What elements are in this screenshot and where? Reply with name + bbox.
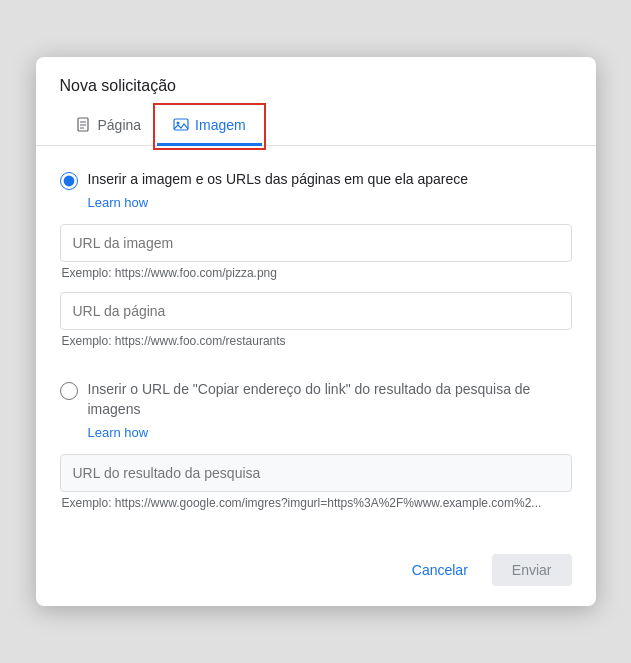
tab-imagem-label: Imagem [195, 117, 246, 133]
learn-how-link-1[interactable]: Learn how [88, 195, 149, 210]
tabs-bar: Página Imagem [36, 107, 596, 146]
radio-option-1[interactable] [60, 172, 78, 190]
dialog-body: Inserir a imagem e os URLs das páginas e… [36, 146, 596, 541]
dialog-title: Nova solicitação [36, 57, 596, 107]
section-copy-link: Inserir o URL de "Copiar endereço do lin… [60, 380, 572, 509]
page-url-group: Exemplo: https://www.foo.com/restaurants [60, 292, 572, 348]
dialog-footer: Cancelar Enviar [36, 542, 596, 606]
cancel-button[interactable]: Cancelar [396, 554, 484, 586]
image-url-group: Exemplo: https://www.foo.com/pizza.png [60, 224, 572, 280]
tab-imagem[interactable]: Imagem [157, 107, 262, 146]
image-url-input[interactable] [60, 224, 572, 262]
nova-solicitacao-dialog: Nova solicitação Página I [36, 57, 596, 605]
learn-how-link-2[interactable]: Learn how [88, 425, 149, 440]
tab-pagina[interactable]: Página [60, 107, 158, 146]
page-url-input[interactable] [60, 292, 572, 330]
page-url-hint: Exemplo: https://www.foo.com/restaurants [60, 334, 572, 348]
send-button[interactable]: Enviar [492, 554, 572, 586]
radio-option-2[interactable] [60, 382, 78, 400]
image-icon [173, 117, 189, 133]
search-url-input[interactable] [60, 454, 572, 492]
section-insert-image: Inserir a imagem e os URLs das páginas e… [60, 170, 572, 348]
document-icon [76, 117, 92, 133]
image-url-hint: Exemplo: https://www.foo.com/pizza.png [60, 266, 572, 280]
radio-row-2: Inserir o URL de "Copiar endereço do lin… [60, 380, 572, 419]
radio-label-1: Inserir a imagem e os URLs das páginas e… [88, 170, 469, 190]
search-url-hint: Exemplo: https://www.google.com/imgres?i… [60, 496, 572, 510]
radio-label-2: Inserir o URL de "Copiar endereço do lin… [88, 380, 572, 419]
radio-row-1: Inserir a imagem e os URLs das páginas e… [60, 170, 572, 190]
svg-point-5 [177, 122, 180, 125]
search-url-group: Exemplo: https://www.google.com/imgres?i… [60, 454, 572, 510]
tab-pagina-label: Página [98, 117, 142, 133]
